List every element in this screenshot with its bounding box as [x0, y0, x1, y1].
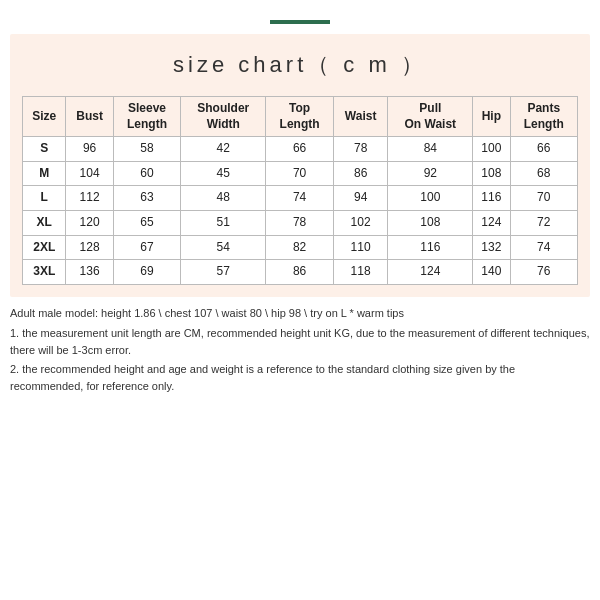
size-chart-table: SizeBustSleeveLengthShoulderWidthTopLeng… — [22, 96, 578, 285]
table-cell: 120 — [66, 210, 113, 235]
table-cell: S — [23, 137, 66, 162]
table-cell: 68 — [510, 161, 577, 186]
table-cell: 116 — [473, 186, 510, 211]
table-cell: XL — [23, 210, 66, 235]
table-header-cell: Size — [23, 97, 66, 137]
note-item-1: 1. the measurement unit length are CM, r… — [10, 325, 590, 358]
table-cell: 136 — [66, 260, 113, 285]
table-cell: L — [23, 186, 66, 211]
table-cell: 66 — [266, 137, 333, 162]
table-cell: 58 — [113, 137, 180, 162]
table-cell: 78 — [266, 210, 333, 235]
table-cell: 60 — [113, 161, 180, 186]
table-cell: 67 — [113, 235, 180, 260]
table-cell: 48 — [181, 186, 266, 211]
model-note-text: Adult male model: height 1.86 \ chest 10… — [10, 307, 354, 319]
table-cell: 94 — [333, 186, 388, 211]
table-header-cell: TopLength — [266, 97, 333, 137]
table-cell: 72 — [510, 210, 577, 235]
table-cell: 108 — [473, 161, 510, 186]
chart-container: size chart（ c m ） SizeBustSleeveLengthSh… — [10, 34, 590, 297]
table-row: 3XL13669578611812414076 — [23, 260, 578, 285]
table-cell: 66 — [510, 137, 577, 162]
table-cell: 140 — [473, 260, 510, 285]
table-cell: 2XL — [23, 235, 66, 260]
table-header-cell: Hip — [473, 97, 510, 137]
table-cell: 45 — [181, 161, 266, 186]
table-cell: 100 — [473, 137, 510, 162]
table-cell: 70 — [266, 161, 333, 186]
table-cell: 74 — [266, 186, 333, 211]
table-row: XL12065517810210812472 — [23, 210, 578, 235]
table-cell: 86 — [266, 260, 333, 285]
table-cell: 108 — [388, 210, 473, 235]
table-cell: 112 — [66, 186, 113, 211]
table-cell: 100 — [388, 186, 473, 211]
table-cell: 82 — [266, 235, 333, 260]
table-header-row: SizeBustSleeveLengthShoulderWidthTopLeng… — [23, 97, 578, 137]
table-cell: 118 — [333, 260, 388, 285]
table-cell: 78 — [333, 137, 388, 162]
table-cell: 124 — [473, 210, 510, 235]
table-row: M104604570869210868 — [23, 161, 578, 186]
table-cell: 84 — [388, 137, 473, 162]
table-body: S96584266788410066M104604570869210868L11… — [23, 137, 578, 285]
table-cell: 69 — [113, 260, 180, 285]
table-header-cell: Waist — [333, 97, 388, 137]
table-cell: 102 — [333, 210, 388, 235]
table-cell: 92 — [388, 161, 473, 186]
model-note: Adult male model: height 1.86 \ chest 10… — [10, 305, 590, 322]
table-cell: 70 — [510, 186, 577, 211]
table-header-cell: ShoulderWidth — [181, 97, 266, 137]
table-header-cell: PantsLength — [510, 97, 577, 137]
table-cell: 76 — [510, 260, 577, 285]
table-header-cell: Bust — [66, 97, 113, 137]
table-cell: 116 — [388, 235, 473, 260]
table-header-cell: PullOn Waist — [388, 97, 473, 137]
table-row: 2XL12867548211011613274 — [23, 235, 578, 260]
table-cell: 51 — [181, 210, 266, 235]
warm-tips-text: warm tips — [357, 307, 404, 319]
table-cell: 86 — [333, 161, 388, 186]
notes-section: Adult male model: height 1.86 \ chest 10… — [10, 305, 590, 398]
table-cell: 110 — [333, 235, 388, 260]
table-cell: 63 — [113, 186, 180, 211]
table-cell: 54 — [181, 235, 266, 260]
note-item-2: 2. the recommended height and age and we… — [10, 361, 590, 394]
chart-title: size chart（ c m ） — [22, 44, 578, 86]
table-cell: 65 — [113, 210, 180, 235]
table-cell: 104 — [66, 161, 113, 186]
table-row: S96584266788410066 — [23, 137, 578, 162]
table-cell: 42 — [181, 137, 266, 162]
table-row: L1126348749410011670 — [23, 186, 578, 211]
table-cell: 124 — [388, 260, 473, 285]
top-accent — [270, 20, 330, 24]
table-cell: 96 — [66, 137, 113, 162]
table-cell: 132 — [473, 235, 510, 260]
table-cell: 128 — [66, 235, 113, 260]
table-cell: 74 — [510, 235, 577, 260]
table-cell: 3XL — [23, 260, 66, 285]
table-cell: M — [23, 161, 66, 186]
table-cell: 57 — [181, 260, 266, 285]
table-header-cell: SleeveLength — [113, 97, 180, 137]
